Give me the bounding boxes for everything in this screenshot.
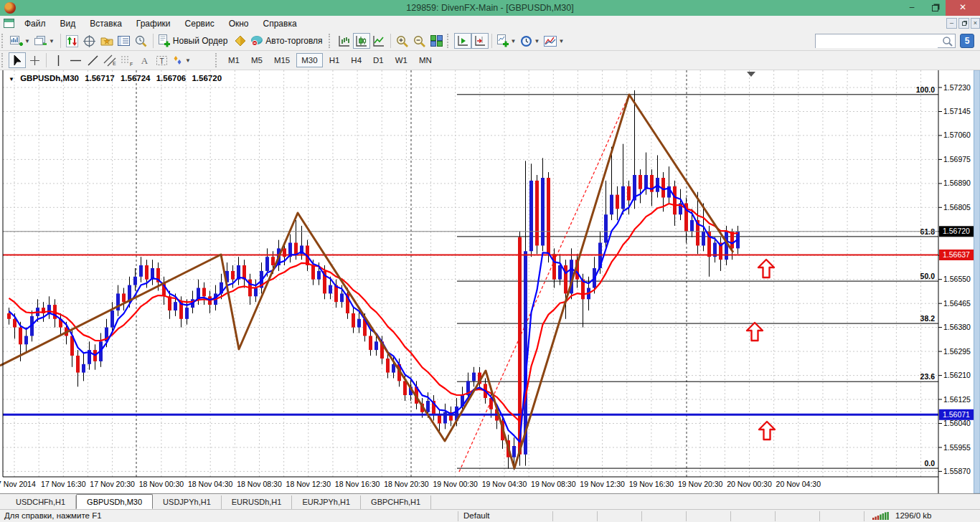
status-divider xyxy=(864,511,864,521)
search-box xyxy=(815,34,956,48)
profiles-button[interactable]: ▼ xyxy=(33,33,57,49)
menu-вставка[interactable]: Вставка xyxy=(83,16,129,32)
chart-tab-usdchfh-h1[interactable]: USDCHFh,H1 xyxy=(6,495,76,509)
chart-tab-gbpchfh-h1[interactable]: GBPCHFh,H1 xyxy=(361,495,431,509)
strategy-tester-icon xyxy=(135,35,147,47)
timeframe-w1-button[interactable]: W1 xyxy=(390,53,413,67)
timeframe-h4-button[interactable]: H4 xyxy=(346,53,367,67)
strategy-tester-button[interactable] xyxy=(133,33,150,49)
crosshair-icon xyxy=(29,54,41,67)
timeframe-m15-button[interactable]: M15 xyxy=(269,53,295,67)
new-order-button[interactable]: Новый Ордер xyxy=(156,33,232,49)
timeframe-m30-button[interactable]: M30 xyxy=(296,53,322,67)
vertical-line-button[interactable] xyxy=(50,52,67,68)
cursor-icon xyxy=(11,54,23,67)
chart-shift-marker-icon[interactable] xyxy=(747,72,755,77)
child-restore-button[interactable] xyxy=(958,18,969,29)
connection-signal-icon xyxy=(872,512,890,521)
chart-tab-usdjpyh-h1[interactable]: USDJPYh,H1 xyxy=(153,495,222,509)
child-minimize-button[interactable]: – xyxy=(946,18,957,29)
menu-сервис[interactable]: Сервис xyxy=(178,16,222,32)
chart-tab-gbpusdh-m30[interactable]: GBPUSDh,M30 xyxy=(76,494,153,509)
timeframe-m5-button[interactable]: M5 xyxy=(246,53,268,67)
main-toolbar: 5 ▼▼★Новый ОрдерАвто-торговля▼▼▼ xyxy=(0,32,980,51)
periods-button[interactable]: ▼ xyxy=(519,33,542,49)
chart-tab-eurusdh-h1[interactable]: EURUSDh,H1 xyxy=(222,495,293,509)
search-icon[interactable] xyxy=(942,36,953,47)
svg-text:18 Nov 00:30: 18 Nov 00:30 xyxy=(139,480,184,488)
toolbar-separator xyxy=(491,34,492,48)
zoom-in-button[interactable] xyxy=(394,33,411,49)
svg-text:1.57060: 1.57060 xyxy=(943,130,971,139)
svg-text:19 Nov 00:30: 19 Nov 00:30 xyxy=(433,480,478,488)
up-arrow-markers[interactable] xyxy=(747,260,775,440)
svg-text:1.56720: 1.56720 xyxy=(943,227,970,235)
svg-text:0.0: 0.0 xyxy=(924,459,935,468)
svg-text:T: T xyxy=(159,57,164,65)
chevron-down-icon[interactable]: ▼ xyxy=(509,38,518,44)
channel-button[interactable]: E xyxy=(101,52,118,68)
status-profile[interactable]: Default xyxy=(463,511,489,520)
svg-text:38.2: 38.2 xyxy=(920,314,936,323)
new-order-button-label: Новый Ордер xyxy=(171,36,230,46)
menu-вид[interactable]: Вид xyxy=(53,16,83,32)
minimize-button[interactable]: – xyxy=(901,0,923,16)
arrows-tool-button[interactable]: ▼ xyxy=(170,52,194,68)
new-chart-button[interactable]: ▼ xyxy=(9,33,33,49)
svg-text:50.0: 50.0 xyxy=(920,272,936,280)
toolbar-grip[interactable] xyxy=(215,53,220,67)
candle-chart-button[interactable] xyxy=(353,33,370,49)
trendline-button[interactable] xyxy=(84,52,101,68)
crosshair-button[interactable] xyxy=(26,52,43,68)
maximize-button[interactable] xyxy=(924,0,946,16)
navigator-button[interactable]: ★ xyxy=(98,33,116,49)
status-divider xyxy=(819,511,820,521)
chart-tab-eurjpyh-h1[interactable]: EURJPYh,H1 xyxy=(292,495,361,509)
line-chart-button[interactable] xyxy=(370,33,387,49)
data-window-button[interactable] xyxy=(81,33,98,49)
autotrading-button[interactable]: Авто-торговля xyxy=(249,33,326,49)
timeframe-m1-button[interactable]: M1 xyxy=(223,53,245,67)
status-divider xyxy=(686,511,687,521)
restore-icon xyxy=(932,5,938,11)
text-button[interactable]: A xyxy=(136,52,153,68)
search-input[interactable] xyxy=(816,35,938,48)
fibonacci-button[interactable]: F xyxy=(118,52,136,68)
bar-chart-button[interactable] xyxy=(336,33,353,49)
toolbar-grip[interactable] xyxy=(447,34,452,48)
timeframe-d1-button[interactable]: D1 xyxy=(368,53,389,67)
chevron-down-icon[interactable]: ▼ xyxy=(184,57,192,64)
svg-text:1.57145: 1.57145 xyxy=(943,107,971,115)
menu-окно[interactable]: Окно xyxy=(222,16,256,32)
timeframe-h1-button[interactable]: H1 xyxy=(324,53,345,67)
horizontal-line-button[interactable] xyxy=(67,52,84,68)
chevron-down-icon[interactable]: ▼ xyxy=(23,38,32,44)
menu-файл[interactable]: Файл xyxy=(17,16,53,32)
svg-text:1.56295: 1.56295 xyxy=(943,347,971,356)
chart-shift-button[interactable] xyxy=(471,33,489,49)
market-watch-button[interactable] xyxy=(64,33,81,49)
cursor-button[interactable] xyxy=(9,52,26,68)
indicators-button[interactable]: ▼ xyxy=(495,33,519,49)
terminal-button[interactable] xyxy=(116,33,133,49)
timeframe-mn-button[interactable]: MN xyxy=(414,53,437,67)
chevron-down-icon[interactable]: ▼ xyxy=(557,38,565,44)
menu-графики[interactable]: Графики xyxy=(129,16,178,32)
auto-scroll-button[interactable] xyxy=(454,33,471,49)
chevron-down-icon[interactable]: ▼ xyxy=(532,38,541,44)
label-button[interactable]: T xyxy=(153,52,170,68)
line-chart-icon xyxy=(372,35,385,47)
vertical-scrollbar[interactable] xyxy=(974,70,980,493)
chevron-down-icon[interactable]: ▼ xyxy=(47,38,56,44)
zoom-out-button[interactable] xyxy=(411,33,428,49)
toolbar-grip[interactable] xyxy=(329,34,334,48)
menu-справка[interactable]: Справка xyxy=(256,16,304,32)
child-close-button[interactable]: × xyxy=(971,18,980,29)
tile-windows-button[interactable] xyxy=(428,33,446,49)
toolbar-grip[interactable] xyxy=(1,53,6,67)
toolbar-grip[interactable] xyxy=(1,34,6,48)
metaeditor-button[interactable] xyxy=(232,33,249,49)
templates-button[interactable]: ▼ xyxy=(542,33,567,49)
mql5-community-button[interactable]: 5 xyxy=(960,34,974,48)
close-button[interactable]: ✕ xyxy=(946,0,980,16)
